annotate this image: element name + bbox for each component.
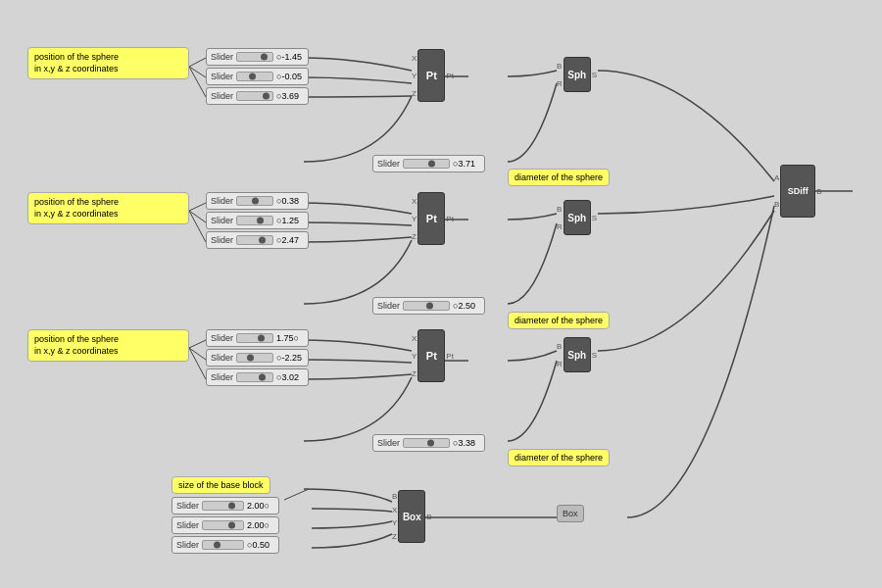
- slider-track[interactable]: [403, 301, 450, 311]
- base-slider-x[interactable]: Slider 2.00○: [172, 516, 279, 534]
- group2-position-label: position of the sphere in x,y & z coordi…: [27, 192, 189, 224]
- group1-pt-component: XYZ Pt Pt: [412, 49, 454, 102]
- group1-slider-r[interactable]: Slider ○3.71: [372, 155, 485, 172]
- slider-track[interactable]: [236, 353, 273, 363]
- slider-label: Slider: [211, 72, 233, 81]
- slider-value: ○-1.45: [276, 52, 304, 62]
- sph-box: Sph: [564, 57, 591, 92]
- group2-slider-y[interactable]: Slider ○1.25: [206, 212, 309, 229]
- slider-track[interactable]: [236, 333, 273, 343]
- slider-value: ○3.69: [276, 91, 304, 101]
- sdiff-component: AB SDiff B: [774, 165, 822, 218]
- slider-track[interactable]: [236, 196, 273, 206]
- sph-box: Sph: [564, 337, 591, 372]
- group3-sph-component: BR Sph S: [557, 337, 597, 372]
- group2-pt-component: XYZ Pt Pt: [412, 192, 454, 245]
- group1-position-label: position of the sphere in x,y & z coordi…: [27, 47, 189, 79]
- base-slider-y[interactable]: Slider ○0.50: [172, 536, 279, 554]
- slider-label: Slider: [377, 159, 400, 169]
- sph-box: Sph: [564, 200, 591, 235]
- box-pass-component: Box: [557, 505, 584, 522]
- group1-slider-x[interactable]: Slider ○-1.45: [206, 48, 309, 66]
- box-box: Box: [398, 490, 425, 543]
- slider-track[interactable]: [236, 235, 273, 245]
- group2-diameter-label: diameter of the sphere: [508, 312, 610, 329]
- group2-slider-r[interactable]: Slider ○2.50: [372, 297, 485, 315]
- box-component: BXYZ Box B: [392, 490, 432, 543]
- sdiff-box: SDiff: [780, 165, 815, 218]
- base-slider-b[interactable]: Slider 2.00○: [172, 497, 279, 514]
- group1-slider-z[interactable]: Slider ○3.69: [206, 87, 309, 105]
- slider-track[interactable]: [202, 501, 244, 511]
- slider-track[interactable]: [403, 159, 450, 169]
- group1-slider-y[interactable]: Slider ○-0.05: [206, 68, 309, 85]
- slider-track[interactable]: [236, 216, 273, 225]
- pt-box: Pt: [417, 192, 445, 245]
- group3-position-label: position of the sphere in x,y & z coordi…: [27, 329, 189, 362]
- base-block-label: size of the base block: [172, 476, 270, 494]
- group3-slider-r[interactable]: Slider ○3.38: [372, 434, 485, 452]
- slider-label: Slider: [211, 91, 233, 101]
- slider-track[interactable]: [236, 372, 273, 382]
- group1-sph-component: BR Sph S: [557, 57, 597, 92]
- group2-slider-z[interactable]: Slider ○2.47: [206, 231, 309, 249]
- group3-pt-component: XYZ Pt Pt: [412, 329, 454, 382]
- slider-track[interactable]: [202, 520, 244, 530]
- slider-track[interactable]: [236, 72, 273, 81]
- group3-diameter-label: diameter of the sphere: [508, 449, 610, 466]
- group3-slider-z[interactable]: Slider ○3.02: [206, 368, 309, 386]
- slider-track[interactable]: [236, 52, 273, 62]
- slider-value: ○3.71: [453, 159, 480, 169]
- group3-slider-x[interactable]: Slider 1.75○: [206, 329, 309, 347]
- pt-box: Pt: [417, 49, 445, 102]
- group2-sph-component: BR Sph S: [557, 200, 597, 235]
- slider-track[interactable]: [202, 540, 244, 550]
- slider-label: Slider: [211, 52, 233, 62]
- pt-box: Pt: [417, 329, 445, 382]
- group1-diameter-label: diameter of the sphere: [508, 169, 610, 186]
- slider-value: ○-0.05: [276, 72, 304, 81]
- slider-track[interactable]: [236, 91, 273, 101]
- slider-track[interactable]: [403, 438, 450, 448]
- group3-slider-y[interactable]: Slider ○-2.25: [206, 349, 309, 367]
- group2-slider-x[interactable]: Slider ○0.38: [206, 192, 309, 210]
